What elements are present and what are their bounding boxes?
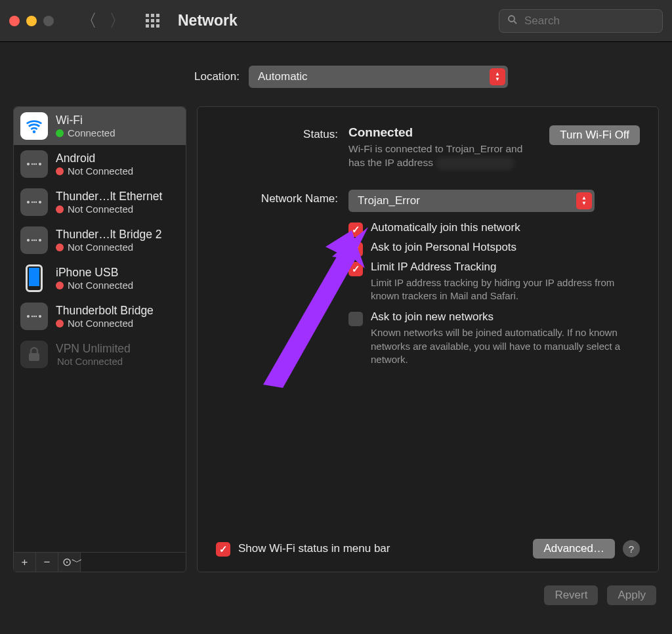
service-list: Wi-Fi Connected Android Not Connected xyxy=(14,107,186,552)
svg-point-20 xyxy=(32,316,33,317)
window-footer: Revert Apply xyxy=(0,572,672,618)
service-status: Not Connected xyxy=(56,242,161,253)
search-icon xyxy=(507,14,518,28)
close-window-button[interactable] xyxy=(9,16,20,26)
service-item-android[interactable]: Android Not Connected xyxy=(14,145,186,183)
checkbox-label: Show Wi-Fi status in menu bar xyxy=(238,542,525,555)
svg-point-2 xyxy=(33,131,36,134)
advanced-button[interactable]: Advanced… xyxy=(533,539,615,559)
window-title: Network xyxy=(178,12,238,30)
svg-point-5 xyxy=(32,163,33,165)
svg-point-9 xyxy=(39,201,41,203)
status-value: Connected xyxy=(348,125,536,140)
svg-point-3 xyxy=(27,163,30,165)
svg-point-0 xyxy=(509,16,514,22)
service-item-tb-bridge[interactable]: Thunderbolt Bridge Not Connected xyxy=(14,297,186,335)
location-label: Location: xyxy=(164,70,240,83)
wifi-icon xyxy=(20,112,48,140)
service-item-tb-ethernet[interactable]: Thunder…lt Ethernet Not Connected xyxy=(14,183,186,221)
iphone-icon xyxy=(26,264,43,292)
status-label: Status: xyxy=(198,125,348,141)
show-all-icon[interactable] xyxy=(146,14,159,28)
apply-button[interactable]: Apply xyxy=(607,585,656,605)
status-dot-green xyxy=(56,129,64,137)
revert-button[interactable]: Revert xyxy=(544,585,598,605)
service-actions-button[interactable]: ⊙﹀ xyxy=(58,553,81,572)
checkbox-label: Ask to join Personal Hotspots xyxy=(371,241,516,254)
status-description: Wi-Fi is connected to Trojan_Error and h… xyxy=(348,142,536,170)
checkbox-label: Automatically join this network xyxy=(371,221,520,234)
svg-point-14 xyxy=(39,239,41,242)
service-status: Connected xyxy=(56,127,116,139)
service-name: VPN Unlimited xyxy=(56,342,131,356)
service-status: Not Connected xyxy=(56,318,154,329)
svg-point-10 xyxy=(32,201,33,203)
service-name: Thunder…lt Ethernet xyxy=(56,190,162,203)
help-button[interactable]: ? xyxy=(623,540,640,557)
checkbox-limit-ip[interactable] xyxy=(348,262,363,276)
network-name-select[interactable]: Trojan_Error ▲▼ xyxy=(348,190,595,212)
svg-point-18 xyxy=(27,315,30,318)
svg-rect-23 xyxy=(29,353,39,361)
network-name-label: Network Name: xyxy=(198,190,348,205)
service-status: Not Connected xyxy=(56,356,131,368)
lock-icon xyxy=(20,341,48,368)
svg-point-4 xyxy=(39,163,41,165)
nav-arrows: 〈 〉 xyxy=(80,9,126,32)
svg-point-21 xyxy=(33,316,35,317)
service-item-iphone-usb[interactable]: iPhone USB Not Connected xyxy=(14,259,186,297)
service-name: Thunderbolt Bridge xyxy=(56,304,154,318)
service-status: Not Connected xyxy=(56,203,162,215)
svg-point-6 xyxy=(33,163,35,165)
search-input[interactable] xyxy=(523,14,654,28)
ethernet-icon xyxy=(20,303,48,330)
service-name: Wi-Fi xyxy=(56,114,116,127)
network-name-value: Trojan_Error xyxy=(358,194,420,207)
svg-point-22 xyxy=(35,316,37,317)
svg-point-17 xyxy=(35,240,37,241)
service-status: Not Connected xyxy=(56,280,133,291)
ethernet-icon xyxy=(20,150,48,178)
service-name: Android xyxy=(56,152,133,165)
checkbox-show-menubar[interactable] xyxy=(216,542,230,557)
svg-point-19 xyxy=(39,315,41,318)
service-item-vpn[interactable]: VPN Unlimited Not Connected xyxy=(14,335,186,373)
service-name: Thunder…lt Bridge 2 xyxy=(56,228,161,242)
maximize-window-button[interactable] xyxy=(43,16,54,26)
svg-point-7 xyxy=(35,163,37,165)
checkbox-description: Known networks will be joined automatica… xyxy=(371,326,627,366)
service-name: iPhone USB xyxy=(56,266,133,280)
stepper-icon: ▲▼ xyxy=(576,192,592,209)
redacted-ip xyxy=(436,157,514,170)
checkbox-auto-join[interactable] xyxy=(348,222,363,237)
checkbox-label: Ask to join new networks xyxy=(371,310,627,324)
checkbox-description: Limit IP address tracking by hiding your… xyxy=(371,276,627,303)
forward-button[interactable]: 〉 xyxy=(109,9,126,32)
location-value: Automatic xyxy=(258,70,308,83)
service-item-tb-bridge2[interactable]: Thunder…lt Bridge 2 Not Connected xyxy=(14,221,186,259)
ethernet-icon xyxy=(20,188,48,216)
search-field[interactable] xyxy=(499,9,663,33)
add-service-button[interactable]: + xyxy=(14,553,36,572)
svg-point-8 xyxy=(27,201,30,203)
svg-line-1 xyxy=(514,21,516,24)
wifi-toggle-button[interactable]: Turn Wi-Fi Off xyxy=(549,125,640,145)
window-controls xyxy=(9,16,54,26)
checkbox-ask-new[interactable] xyxy=(348,312,363,326)
svg-point-16 xyxy=(33,240,35,241)
checkbox-ask-hotspot[interactable] xyxy=(348,242,363,257)
location-select[interactable]: Automatic ▲▼ xyxy=(249,66,508,88)
titlebar: 〈 〉 Network xyxy=(0,0,672,42)
checkbox-label: Limit IP Address Tracking xyxy=(371,261,627,274)
svg-point-13 xyxy=(27,239,30,242)
service-item-wifi[interactable]: Wi-Fi Connected xyxy=(14,107,186,145)
svg-point-15 xyxy=(32,240,33,241)
back-button[interactable]: 〈 xyxy=(80,9,97,32)
stepper-icon: ▲▼ xyxy=(490,68,505,85)
sidebar-footer: + − ⊙﹀ xyxy=(14,552,186,572)
detail-panel: Status: Connected Wi-Fi is connected to … xyxy=(197,106,659,572)
status-dot-red xyxy=(56,167,64,175)
remove-service-button[interactable]: − xyxy=(36,553,58,572)
svg-point-11 xyxy=(33,201,35,203)
minimize-window-button[interactable] xyxy=(26,16,37,26)
